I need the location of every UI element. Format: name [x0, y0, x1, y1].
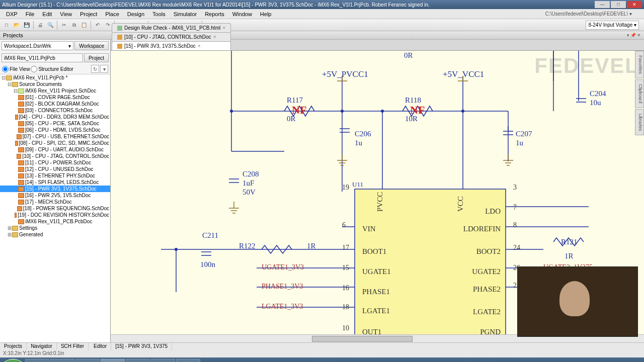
tree-item[interactable]: [06] - CPU - HDMI, LVDS.SchDoc: [0, 127, 110, 133]
menu-design[interactable]: Design: [123, 10, 148, 18]
tree-item[interactable]: [05] - CPU - PCIE, SATA.SchDoc: [0, 120, 110, 127]
tree-generated[interactable]: ⊞Generated: [0, 231, 110, 238]
menu-reports[interactable]: Reports: [201, 10, 228, 18]
svg-text:C206: C206: [355, 130, 371, 138]
toolbar-undo-icon[interactable]: ↶: [93, 21, 102, 30]
tree-item[interactable]: ⊟iMX6 Rex_V1I1 Project.SchDoc: [0, 87, 110, 94]
tree-item[interactable]: [15] - PWR 3V3, 1V375.SchDoc: [0, 186, 110, 192]
tree-item[interactable]: [02] - BLOCK DIAGRAM.SchDoc: [0, 101, 110, 107]
tree-item[interactable]: [07] - CPU - USB, ETHERNET.SchDoc: [0, 133, 110, 140]
taskbar-app3-icon[interactable]: A: [176, 359, 200, 362]
tree-item[interactable]: [19] - DOC REVISION HISTORY.SchDoc: [0, 212, 110, 218]
toolbar-redo-icon[interactable]: ↷: [103, 21, 112, 30]
bottom-tab-schfilter[interactable]: SCH Filter: [57, 343, 89, 350]
panel-close-icon[interactable]: ✕: [637, 33, 641, 38]
tree-item[interactable]: [08] - CPU - SPI, I2C, SD, MMC.SchDoc: [0, 140, 110, 146]
toolbar-print-icon[interactable]: 🖨: [36, 21, 45, 30]
svg-point-27: [461, 110, 464, 113]
tree-item[interactable]: [11] - CPU - POWER.SchDoc: [0, 159, 110, 166]
taskbar-app1-icon[interactable]: 📓: [75, 359, 100, 362]
taskbar-chrome-icon[interactable]: 🌐: [25, 359, 49, 362]
panel-dropdown-icon[interactable]: ▾: [627, 33, 629, 38]
svg-point-24: [230, 110, 233, 113]
svg-text:R117: R117: [287, 96, 303, 104]
project-tree[interactable]: ⊟iMX6 Rex_V1I1.PrjPcb * ⊟Source Document…: [0, 74, 110, 342]
bottom-tab-navigator[interactable]: Navigator: [27, 343, 57, 350]
side-tab-libraries[interactable]: Libraries: [635, 109, 644, 136]
toolbar-zoom-icon[interactable]: 🔍: [46, 21, 55, 30]
tree-item[interactable]: [03] - CONNECTORS.SchDoc: [0, 107, 110, 114]
tree-root[interactable]: ⊟iMX6 Rex_V1I1.PrjPcb *: [0, 74, 110, 81]
tree-item[interactable]: [04] - CPU - DDR3, DDR3 MEM.SchDoc: [0, 114, 110, 120]
menu-tools[interactable]: Tools: [148, 10, 170, 18]
document-tab[interactable]: Design Rule Check - iMX6_V1I1_PCB.html×: [112, 23, 231, 32]
tree-item[interactable]: [16] - PWR 2V5, 1V5.SchDoc: [0, 192, 110, 199]
toolbar-signal-combo[interactable]: 8-24V Input Voltage ▾: [586, 21, 639, 30]
status-coords: X:10.2in Y:12.1in Grid:0.1in: [0, 350, 644, 357]
project-button[interactable]: Project: [84, 53, 109, 62]
tree-item[interactable]: [18] - POWER SEQUENCING.SchDoc: [0, 205, 110, 212]
side-tab-favorites[interactable]: Favorites: [635, 51, 644, 78]
structure-editor-radio[interactable]: Structure Editor: [31, 66, 73, 72]
tree-options-icon[interactable]: ▾: [100, 65, 108, 73]
tree-settings[interactable]: ⊞Settings: [0, 225, 110, 231]
toolbar-open-icon[interactable]: 📂: [12, 21, 21, 30]
toolbar-paste-icon[interactable]: 📋: [79, 21, 89, 30]
document-tab[interactable]: [15] - PWR 3V3, 1V375.SchDoc×: [112, 41, 231, 50]
start-button[interactable]: ⊞: [2, 359, 24, 362]
svg-text:10: 10: [342, 324, 349, 332]
taskbar-altium-icon[interactable]: A: [101, 359, 125, 362]
toolbar-cut-icon[interactable]: ✂: [59, 21, 68, 30]
side-tab-clipboard[interactable]: Clipboard: [635, 79, 644, 108]
toolbar-save-icon[interactable]: 💾: [22, 21, 31, 30]
tab-close-icon[interactable]: ×: [213, 34, 216, 40]
panel-pin-icon[interactable]: 📌: [630, 33, 636, 38]
taskbar-app2-icon[interactable]: 🟧: [151, 359, 175, 362]
tree-item[interactable]: [09] - CPU - UART, AUDIO.SchDoc: [0, 146, 110, 153]
svg-text:U11: U11: [352, 180, 363, 188]
menu-simulator[interactable]: Simulator: [170, 10, 201, 18]
svg-text:LGATE2: LGATE2: [473, 308, 501, 316]
tab-close-icon[interactable]: ×: [198, 43, 201, 49]
menu-edit[interactable]: Edit: [38, 10, 56, 18]
menu-help[interactable]: Help: [256, 10, 276, 18]
tree-pcb-item[interactable]: iMX6 Rex_V1I1_PCB.PcbDoc: [0, 218, 110, 225]
svg-text:LDO: LDO: [485, 207, 501, 215]
tree-item[interactable]: [13] - ETHERNET PHY.SchDoc: [0, 172, 110, 179]
taskbar-java-icon[interactable]: ☕: [126, 359, 150, 362]
document-tab[interactable]: [10] - CPU - JTAG, CONTROL.SchDoc×: [112, 32, 231, 41]
project-field[interactable]: iMX6 Rex_V1I1.PrjPcb: [2, 53, 83, 62]
svg-text:17: 17: [342, 244, 349, 251]
workspace-combo[interactable]: Workspace1.DsnWrk▾: [2, 41, 73, 50]
menu-place[interactable]: Place: [101, 10, 123, 18]
window-close-button[interactable]: ✕: [627, 1, 642, 8]
tree-source-documents[interactable]: ⊟Source Documents: [0, 81, 110, 87]
menu-view[interactable]: View: [56, 10, 76, 18]
tree-refresh-icon[interactable]: ↻: [91, 65, 99, 73]
menu-file[interactable]: File: [22, 10, 39, 18]
side-tabs: Favorites Clipboard Libraries: [635, 51, 644, 135]
tree-item[interactable]: [14] - SPI FLASH, LEDS.SchDoc: [0, 179, 110, 186]
tree-item[interactable]: [01] - COVER PAGE.SchDoc: [0, 94, 110, 101]
path-box[interactable]: C:\Users\fedevel\Desktop\FEDEVEL\ ▾: [541, 10, 642, 18]
tree-item[interactable]: [12] - CPU - UNUSED.SchDoc: [0, 166, 110, 172]
toolbar-copy-icon[interactable]: ⧉: [69, 21, 78, 30]
toolbar-new-icon[interactable]: □: [2, 21, 11, 30]
window-maximize-button[interactable]: □: [611, 1, 626, 8]
menu-window[interactable]: Window: [228, 10, 256, 18]
svg-text:OUT1: OUT1: [362, 328, 381, 334]
svg-text:PHASE1: PHASE1: [362, 288, 390, 296]
menu-project[interactable]: Project: [76, 10, 101, 18]
tree-item[interactable]: [10] - CPU - JTAG, CONTROL.SchDoc: [0, 153, 110, 159]
svg-text:VCC: VCC: [456, 196, 464, 212]
bottom-tab-projects[interactable]: Projects: [0, 343, 27, 350]
window-minimize-button[interactable]: —: [595, 1, 610, 8]
panel-header: Projects ▾ 📌 ✕: [0, 31, 644, 40]
tab-close-icon[interactable]: ×: [222, 25, 225, 31]
menu-dxp[interactable]: DXP: [2, 10, 22, 18]
file-view-radio[interactable]: File View: [2, 66, 30, 72]
svg-text:UGATE2: UGATE2: [472, 267, 501, 276]
tree-item[interactable]: [17] - MECH.SchDoc: [0, 199, 110, 205]
taskbar-explorer-icon[interactable]: 📁: [50, 359, 74, 362]
workspace-button[interactable]: Workspace: [74, 41, 109, 50]
